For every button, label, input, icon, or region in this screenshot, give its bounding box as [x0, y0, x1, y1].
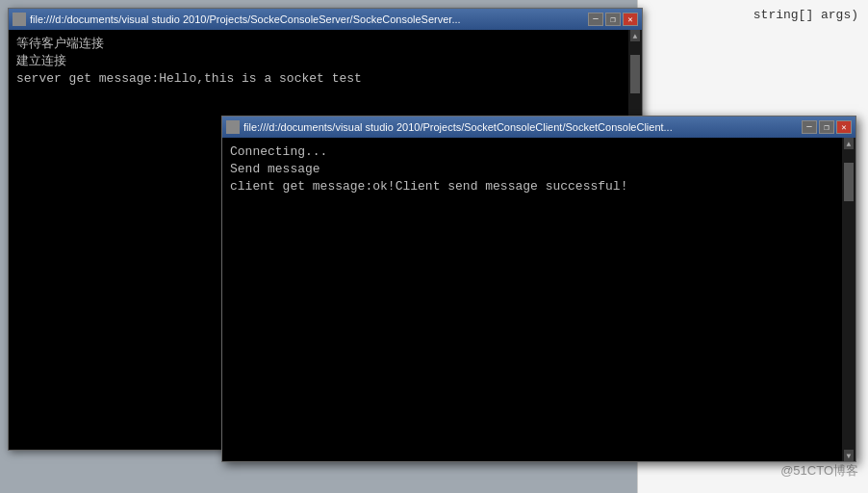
client-window-title: file:///d:/documents/visual studio 2010/… [243, 121, 798, 133]
watermark: @51CTO博客 [780, 462, 858, 480]
server-window-title: file:///d:/documents/visual studio 2010/… [30, 13, 584, 25]
server-minimize-button[interactable]: — [588, 13, 603, 26]
server-window-controls: — ❐ ✕ [588, 13, 638, 26]
client-line-1: Connecting... [230, 143, 848, 161]
server-titlebar: file:///d:/documents/visual studio 2010/… [9, 9, 642, 30]
server-scroll-up[interactable]: ▲ [630, 30, 640, 41]
server-line-2: 建立连接 [16, 53, 634, 70]
client-line-3: client get message:ok!Client send messag… [230, 178, 848, 195]
server-scroll-thumb[interactable] [630, 55, 640, 93]
server-close-button[interactable]: ✕ [623, 13, 638, 26]
editor-code-text: string[] args) [753, 8, 858, 22]
client-window-icon [226, 120, 240, 134]
client-titlebar: file:///d:/documents/visual studio 2010/… [222, 117, 855, 138]
client-scrollbar[interactable]: ▲ ▼ [842, 138, 855, 461]
client-scroll-thumb[interactable] [844, 163, 854, 201]
client-console-window: file:///d:/documents/visual studio 2010/… [221, 116, 856, 462]
server-restore-button[interactable]: ❐ [605, 13, 621, 26]
server-line-3: server get message:Hello,this is a socke… [16, 70, 634, 88]
client-scroll-down[interactable]: ▼ [844, 450, 854, 461]
server-line-1: 等待客户端连接 [16, 36, 634, 53]
client-scroll-up[interactable]: ▲ [844, 138, 854, 149]
client-window-controls: — ❐ ✕ [802, 120, 852, 134]
client-line-2: Send message [230, 161, 848, 178]
client-restore-button[interactable]: ❐ [819, 120, 834, 134]
client-console-body: Connecting... Send message client get me… [222, 138, 855, 461]
client-minimize-button[interactable]: — [802, 120, 817, 134]
client-close-button[interactable]: ✕ [836, 120, 852, 134]
server-window-icon [13, 13, 26, 26]
